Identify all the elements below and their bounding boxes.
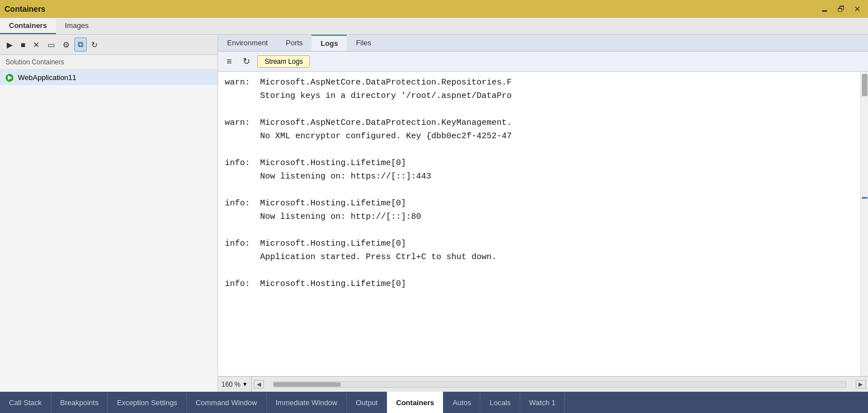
status-tab-command-window[interactable]: Command Window <box>187 392 267 413</box>
log-wrapper: warn: Microsoft.AspNetCore.DataProtectio… <box>218 72 868 376</box>
status-tab-containers[interactable]: Containers <box>387 392 444 413</box>
toolbar-copy-button[interactable]: ⧉ <box>74 37 87 51</box>
close-button[interactable]: ✕ <box>851 3 864 15</box>
log-text: warn: Microsoft.AspNetCore.DataProtectio… <box>225 76 853 291</box>
top-tab-images[interactable]: Images <box>56 18 98 34</box>
stream-logs-button[interactable]: Stream Logs <box>257 55 310 68</box>
status-tab-call-stack[interactable]: Call Stack <box>0 392 51 413</box>
container-status-dot <box>6 74 13 82</box>
title-bar: Containers 🗕 🗗 ✕ <box>0 0 868 18</box>
status-tab-breakpoints[interactable]: Breakpoints <box>51 392 108 413</box>
toolbar-close-button[interactable]: ✕ <box>30 38 43 51</box>
status-tab-output[interactable]: Output <box>347 392 387 413</box>
sub-tab-environment[interactable]: Environment <box>218 35 277 51</box>
sub-tabs: EnvironmentPortsLogsFiles <box>218 35 868 51</box>
right-panel: EnvironmentPortsLogsFiles ≡ ↻ Stream Log… <box>218 35 868 392</box>
main-container: ContainersImages ▶■✕▭⚙⧉↻ Solution Contai… <box>0 18 868 413</box>
restore-button[interactable]: 🗗 <box>834 3 848 15</box>
status-tab-locals[interactable]: Locals <box>480 392 520 413</box>
solution-label: Solution Containers <box>0 55 218 70</box>
toolbar-settings-button[interactable]: ⚙ <box>59 38 73 51</box>
log-toolbar: ≡ ↻ Stream Logs <box>218 51 868 72</box>
log-content[interactable]: warn: Microsoft.AspNetCore.DataProtectio… <box>218 72 860 376</box>
clear-log-button[interactable]: ≡ <box>223 54 235 69</box>
refresh-log-button[interactable]: ↻ <box>239 54 254 69</box>
left-panel: ▶■✕▭⚙⧉↻ Solution Containers WebApplicati… <box>0 35 218 392</box>
container-name: WebApplication11 <box>18 73 77 82</box>
zoom-area: 160 % ▼ <box>218 377 252 392</box>
scroll-left-button[interactable]: ◀ <box>254 380 264 388</box>
status-tabs: Call StackBreakpointsException SettingsC… <box>0 392 868 413</box>
toolbar-terminal-button[interactable]: ▭ <box>44 38 58 51</box>
refresh-log-icon: ↻ <box>243 57 250 66</box>
sub-tab-files[interactable]: Files <box>347 35 380 51</box>
content-area: ▶■✕▭⚙⧉↻ Solution Containers WebApplicati… <box>0 35 868 392</box>
sub-tab-logs[interactable]: Logs <box>312 35 347 51</box>
window-title: Containers <box>4 4 45 13</box>
scroll-indicator <box>862 197 867 199</box>
status-tab-immediate-window[interactable]: Immediate Window <box>267 392 347 413</box>
bottom-bar: 160 % ▼ ◀ ▶ <box>218 376 868 392</box>
status-tab-exception-settings[interactable]: Exception Settings <box>108 392 187 413</box>
scroll-right-button[interactable]: ▶ <box>856 380 866 388</box>
h-scrollbar-track[interactable] <box>273 381 847 388</box>
zoom-value: 160 % <box>221 381 240 388</box>
h-scrollbar-thumb <box>273 382 341 387</box>
play-icon <box>8 76 12 80</box>
zoom-dropdown-icon[interactable]: ▼ <box>242 381 248 387</box>
status-tab-watch1[interactable]: Watch 1 <box>520 392 565 413</box>
clear-log-icon: ≡ <box>227 57 232 66</box>
minimize-button[interactable]: 🗕 <box>818 3 831 15</box>
container-list: WebApplication11 <box>0 70 218 85</box>
sub-tab-ports[interactable]: Ports <box>277 35 312 51</box>
toolbar-stop-button[interactable]: ■ <box>17 38 29 51</box>
container-item[interactable]: WebApplication11 <box>0 70 218 85</box>
window-controls: 🗕 🗗 ✕ <box>818 3 864 15</box>
horizontal-scroll-area[interactable]: ◀ ▶ <box>252 377 868 392</box>
scrollbar-thumb <box>862 74 867 96</box>
toolbar-start-button[interactable]: ▶ <box>3 38 16 51</box>
top-tabs: ContainersImages <box>0 18 868 35</box>
toolbar: ▶■✕▭⚙⧉↻ <box>0 35 218 55</box>
top-tab-containers[interactable]: Containers <box>0 18 56 34</box>
status-tab-autos[interactable]: Autos <box>444 392 480 413</box>
log-scrollbar[interactable] <box>860 72 868 376</box>
toolbar-refresh-button[interactable]: ↻ <box>88 38 101 51</box>
